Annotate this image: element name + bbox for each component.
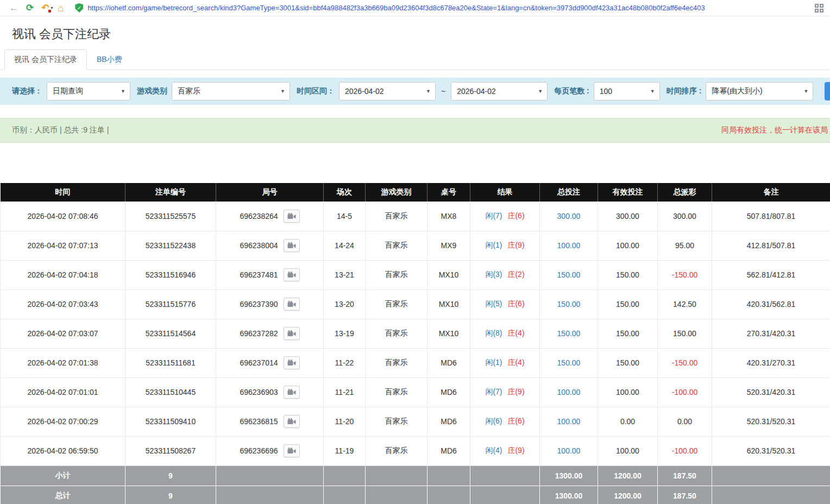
subtotal-total-bet: 1300.00 <box>540 465 598 486</box>
time-cell: 2026-04-02 06:59:50 <box>1 436 125 465</box>
total-bet-cell[interactable]: 300.00 <box>540 201 598 231</box>
valid-bet-cell: 300.00 <box>598 201 658 231</box>
total-bet-cell[interactable]: 100.00 <box>540 231 598 260</box>
column-header-4: 游戏类别 <box>366 183 427 201</box>
query-type-select[interactable]: 日期查询 ▼ <box>47 82 130 100</box>
payout-cell: -100.00 <box>658 436 712 465</box>
caret-down-icon: ▼ <box>280 89 285 94</box>
column-header-8: 有效投注 <box>598 183 658 201</box>
round-number: 696236696 <box>240 446 278 455</box>
video-replay-icon[interactable] <box>284 444 300 457</box>
video-replay-icon[interactable] <box>284 298 300 311</box>
video-replay-icon[interactable] <box>284 210 300 223</box>
round-number: 696237481 <box>240 270 278 279</box>
sort-label: 时间排序 : <box>666 86 702 96</box>
sort-select[interactable]: 降幂(由大到小) ▼ <box>706 82 813 100</box>
time-cell: 2026-04-02 07:04:18 <box>1 260 125 289</box>
total-bet-cell[interactable]: 150.00 <box>540 260 598 289</box>
session-cell: 11-19 <box>324 436 366 465</box>
time-cell: 2026-04-02 07:01:38 <box>1 348 125 377</box>
total-bet-cell[interactable]: 150.00 <box>540 348 598 377</box>
table-no-cell: MX10 <box>427 319 470 348</box>
note-cell: 412.81/507.81 <box>712 231 830 260</box>
summary-bar: 币别：人民币 | 总共 :9 注单 | 同局有效投注，统一计算在该局 <box>0 118 830 143</box>
caret-down-icon: ▼ <box>803 89 808 94</box>
result-banker: 庄(4) <box>507 329 524 337</box>
game-type-cell: 百家乐 <box>366 407 427 436</box>
total-bet-cell[interactable]: 150.00 <box>540 319 598 348</box>
valid-bet-notice: 同局有效投注，统一计算在该局 <box>721 125 828 135</box>
valid-bet-cell: 0.00 <box>598 407 658 436</box>
total-bet-cell[interactable]: 150.00 <box>540 289 598 319</box>
total-total-bet: 1300.00 <box>540 486 598 504</box>
payout-cell: 0.00 <box>658 407 712 436</box>
undo-icon[interactable]: ↶ <box>41 3 49 12</box>
result-player: 闲(6) <box>485 417 502 425</box>
tab-bb-tip[interactable]: BB小费 <box>87 49 132 70</box>
game-type-cell: 百家乐 <box>366 289 427 319</box>
tilde-separator: ~ <box>441 87 445 96</box>
browser-chrome: ← ⟳ ↶ ▾ ⌂ ✓ https://iohetf.com/game/betr… <box>0 0 830 16</box>
page-title: 视讯 会员下注纪录 <box>12 26 830 42</box>
video-replay-icon[interactable] <box>284 268 300 281</box>
time-cell: 2026-04-02 07:01:01 <box>1 377 125 407</box>
column-header-0: 时间 <box>1 183 125 201</box>
currency-total-text: 币别：人民币 | 总共 :9 注单 | <box>12 125 109 135</box>
page-size-label: 每页笔数 : <box>554 86 589 96</box>
valid-bet-cell: 150.00 <box>598 289 658 319</box>
result-banker: 庄(6) <box>507 299 524 308</box>
result-cell: 闲(8) 庄(4) <box>470 319 540 348</box>
url-text[interactable]: https://iohetf.com/game/betrecord_search… <box>87 4 705 12</box>
home-icon[interactable]: ⌂ <box>58 3 64 13</box>
table-no-cell: MD6 <box>427 348 470 377</box>
result-player: 闲(7) <box>485 211 502 220</box>
subtotal-count: 9 <box>125 465 216 486</box>
round-cell: 696236903 <box>216 377 324 407</box>
result-cell: 闲(7) 庄(6) <box>470 201 540 231</box>
bet-id-cell: 523311525575 <box>125 201 216 231</box>
result-banker: 庄(4) <box>507 358 524 367</box>
valid-bet-cell: 150.00 <box>598 348 658 377</box>
session-cell: 13-21 <box>324 260 366 289</box>
column-header-6: 结果 <box>470 183 540 201</box>
round-number: 696238264 <box>240 212 278 220</box>
result-player: 闲(8) <box>485 329 502 337</box>
video-replay-icon[interactable] <box>284 386 300 399</box>
total-bet-cell[interactable]: 100.00 <box>540 407 598 436</box>
round-cell: 696236696 <box>216 436 324 465</box>
total-bet-cell[interactable]: 100.00 <box>540 377 598 407</box>
table-row: 2026-04-02 07:01:38 523311511681 6962370… <box>1 348 830 377</box>
time-cell: 2026-04-02 07:03:43 <box>1 289 125 319</box>
video-replay-icon[interactable] <box>284 239 300 252</box>
bet-id-cell: 523311515776 <box>125 289 216 319</box>
bet-id-cell: 523311522438 <box>125 231 216 260</box>
date-to-select[interactable]: 2026-04-02 ▼ <box>451 82 548 100</box>
chevron-down-icon[interactable]: ▾ <box>51 5 53 10</box>
video-replay-icon[interactable] <box>284 356 300 369</box>
session-cell: 11-22 <box>324 348 366 377</box>
date-from-select[interactable]: 2026-04-02 ▼ <box>339 82 436 100</box>
game-type-cell: 百家乐 <box>366 201 427 231</box>
total-bet-cell[interactable]: 100.00 <box>540 436 598 465</box>
table-row: 2026-04-02 07:08:46 523311525575 6962382… <box>1 201 830 231</box>
result-cell: 闲(3) 庄(2) <box>470 260 540 289</box>
tab-betting-records[interactable]: 视讯 会员下注纪录 <box>4 49 87 70</box>
caret-down-icon: ▼ <box>426 89 431 94</box>
video-replay-icon[interactable] <box>284 415 300 428</box>
game-type-select[interactable]: 百家乐 ▼ <box>172 82 290 100</box>
result-cell: 闲(5) 庄(6) <box>470 289 540 319</box>
video-replay-icon[interactable] <box>284 327 300 340</box>
back-icon[interactable]: ← <box>9 3 18 12</box>
caret-down-icon: ▼ <box>538 89 543 94</box>
round-number: 696237014 <box>240 358 278 367</box>
search-button[interactable] <box>825 82 830 100</box>
table-row: 2026-04-02 07:04:18 523311516946 6962374… <box>1 260 830 289</box>
result-cell: 闲(1) 庄(4) <box>470 348 540 377</box>
extensions-grid-icon[interactable] <box>815 4 823 12</box>
round-cell: 696237390 <box>216 289 324 319</box>
address-bar[interactable]: ✓ https://iohetf.com/game/betrecord_sear… <box>75 3 809 12</box>
round-cell: 696236815 <box>216 407 324 436</box>
tab-bar: 视讯 会员下注纪录 BB小费 <box>0 49 830 70</box>
page-size-select[interactable]: 100 ▼ <box>594 82 660 100</box>
refresh-icon[interactable]: ⟳ <box>26 3 34 12</box>
